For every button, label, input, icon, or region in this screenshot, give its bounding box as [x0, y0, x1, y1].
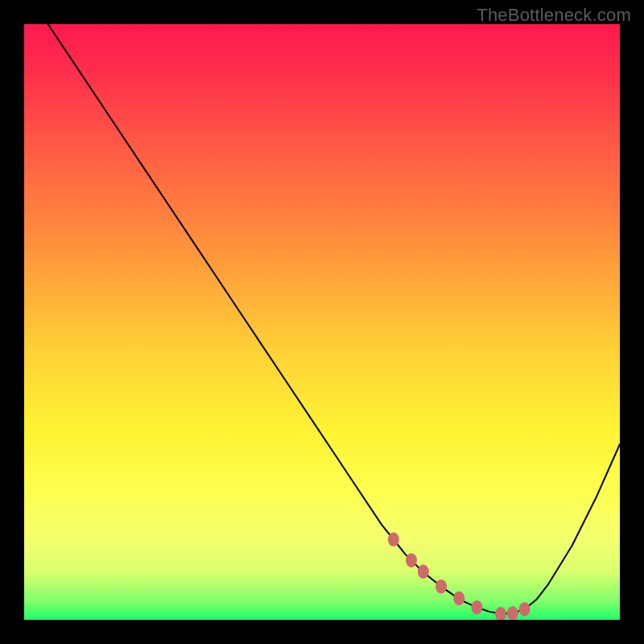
chart-canvas: [24, 24, 620, 620]
chart-frame: TheBottleneck.com: [0, 0, 644, 644]
watermark-text: TheBottleneck.com: [477, 5, 631, 26]
plot-area: [24, 24, 620, 620]
